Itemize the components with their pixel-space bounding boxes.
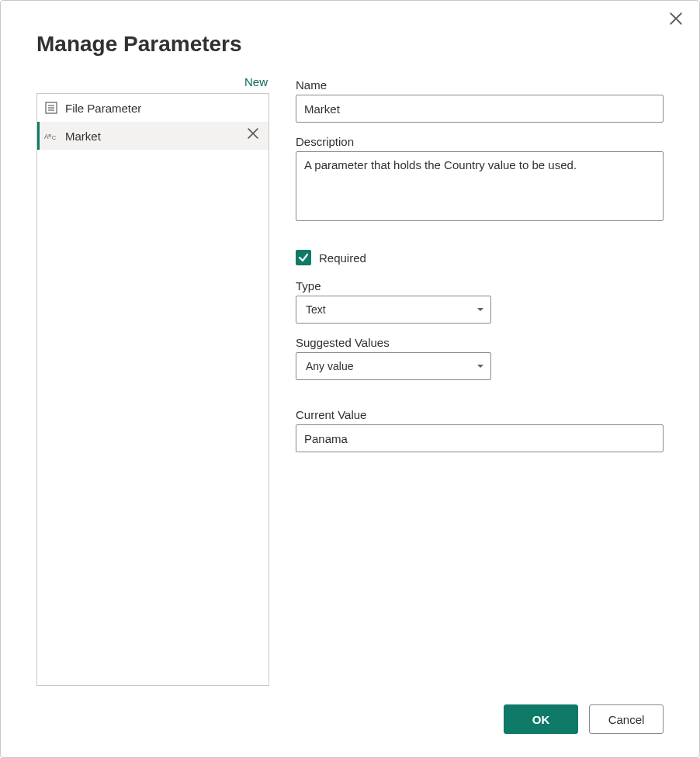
type-dropdown[interactable]: Text <box>296 296 491 324</box>
name-input[interactable] <box>296 95 664 123</box>
type-label: Type <box>296 279 664 292</box>
text-type-icon: A B C <box>43 128 59 144</box>
description-input[interactable]: A parameter that holds the Country value… <box>296 151 664 221</box>
dialog-title: Manage Parameters <box>36 32 664 57</box>
required-label: Required <box>319 251 366 265</box>
cancel-button[interactable]: Cancel <box>589 704 664 734</box>
description-label: Description <box>296 135 664 148</box>
parameter-item-market[interactable]: A B C Market <box>37 122 269 150</box>
parameter-item-label: Market <box>65 130 239 143</box>
parameter-item-file-parameter[interactable]: File Parameter <box>37 94 269 122</box>
required-checkbox[interactable] <box>296 250 311 265</box>
svg-text:C: C <box>52 134 57 141</box>
suggested-values-value: Any value <box>306 360 353 372</box>
manage-parameters-dialog: Manage Parameters New File Parame <box>0 0 700 758</box>
current-value-input[interactable] <box>296 424 664 452</box>
dialog-footer: OK Cancel <box>36 686 664 734</box>
suggested-values-label: Suggested Values <box>296 336 664 349</box>
file-parameter-icon <box>43 100 59 116</box>
current-value-label: Current Value <box>296 408 664 421</box>
close-icon[interactable] <box>667 12 685 30</box>
chevron-down-icon <box>476 306 484 313</box>
parameter-list: File Parameter A B C Market <box>36 93 269 686</box>
delete-icon[interactable] <box>245 128 261 144</box>
name-label: Name <box>296 78 664 92</box>
parameter-item-label: File Parameter <box>65 102 261 115</box>
svg-text:B: B <box>48 133 51 138</box>
ok-button[interactable]: OK <box>504 704 578 734</box>
parameter-detail-pane: Name Description A parameter that holds … <box>296 72 664 686</box>
parameter-list-pane: New File Parameter <box>36 72 269 686</box>
suggested-values-dropdown[interactable]: Any value <box>296 352 491 380</box>
type-value: Text <box>306 303 326 316</box>
chevron-down-icon <box>476 362 484 370</box>
new-parameter-link[interactable]: New <box>244 75 268 88</box>
